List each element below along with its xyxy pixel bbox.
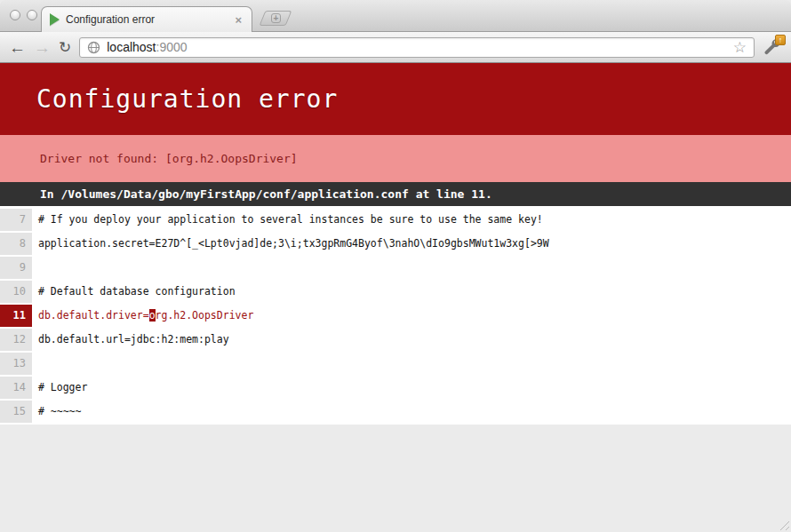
line-number: 14 — [0, 377, 32, 399]
back-button[interactable]: ← — [9, 39, 26, 56]
url-host: localhost — [107, 40, 156, 54]
reload-button[interactable]: ↻ — [59, 40, 71, 55]
code-line: 15# ~~~~~ — [0, 401, 791, 423]
update-badge: ↑ — [775, 35, 786, 45]
window-minimize-button[interactable] — [27, 10, 37, 20]
line-number: 8 — [0, 233, 32, 255]
line-text: # Logger — [32, 377, 791, 399]
url-port: :9000 — [156, 40, 188, 54]
line-number: 7 — [0, 209, 32, 231]
line-text: # If you deploy your application to seve… — [32, 209, 791, 231]
content-area — [0, 425, 791, 532]
tab-close-icon[interactable]: × — [233, 13, 244, 27]
code-line: 10# Default database configuration — [0, 281, 791, 303]
tab-title: Configuration error — [66, 13, 233, 26]
code-listing: 7# If you deploy your application to sev… — [0, 206, 791, 425]
tab-configuration-error[interactable]: Configuration error × — [41, 6, 252, 32]
new-tab-button[interactable]: + — [260, 11, 292, 26]
line-number: 9 — [0, 257, 32, 279]
forward-button[interactable]: → — [34, 39, 51, 56]
page-title: Configuration error — [0, 63, 791, 135]
line-number: 15 — [0, 401, 32, 423]
plus-icon: + — [271, 13, 281, 23]
code-line: 9 — [0, 257, 791, 279]
error-location: In /Volumes/Data/gbo/myFirstApp/conf/app… — [0, 182, 791, 206]
line-number: 11 — [0, 305, 32, 327]
line-number: 10 — [0, 281, 32, 303]
play-favicon-icon — [50, 13, 60, 26]
browser-window: Configuration error × + ← → ↻ localhost:… — [0, 0, 791, 532]
error-marker: o — [149, 309, 156, 322]
line-text: # ~~~~~ — [32, 401, 791, 423]
code-line: 12db.default.url=jdbc:h2:mem:play — [0, 329, 791, 351]
wrench-menu-button[interactable]: ↑ — [763, 37, 782, 57]
line-number: 12 — [0, 329, 32, 351]
window-close-button[interactable] — [10, 10, 20, 20]
code-line: 13 — [0, 353, 791, 375]
line-text: application.secret=E27D^[_<Lpt0vjad]de;3… — [32, 233, 791, 255]
code-line: 7# If you deploy your application to sev… — [0, 209, 791, 231]
line-text: db.default.driver=org.h2.OopsDriver — [32, 305, 791, 327]
line-text: db.default.url=jdbc:h2:mem:play — [32, 329, 791, 351]
line-text — [32, 353, 791, 375]
line-text: # Default database configuration — [32, 281, 791, 303]
line-number: 13 — [0, 353, 32, 375]
address-bar[interactable]: localhost:9000 ☆ — [79, 37, 755, 58]
error-page: Configuration error Driver not found: [o… — [0, 63, 791, 532]
error-message: Driver not found: [org.h2.OopsDriver] — [0, 135, 791, 182]
globe-icon — [87, 41, 100, 54]
resize-grip-icon[interactable] — [778, 519, 789, 530]
code-line: 8application.secret=E27D^[_<Lpt0vjad]de;… — [0, 233, 791, 255]
tab-strip: Configuration error × + — [0, 0, 791, 32]
bookmark-star-icon[interactable]: ☆ — [733, 40, 747, 55]
line-text — [32, 257, 791, 279]
code-line: 11db.default.driver=org.h2.OopsDriver — [0, 305, 791, 327]
url-text: localhost:9000 — [107, 39, 187, 55]
code-line: 14# Logger — [0, 377, 791, 399]
browser-toolbar: ← → ↻ localhost:9000 ☆ ↑ — [0, 32, 791, 63]
